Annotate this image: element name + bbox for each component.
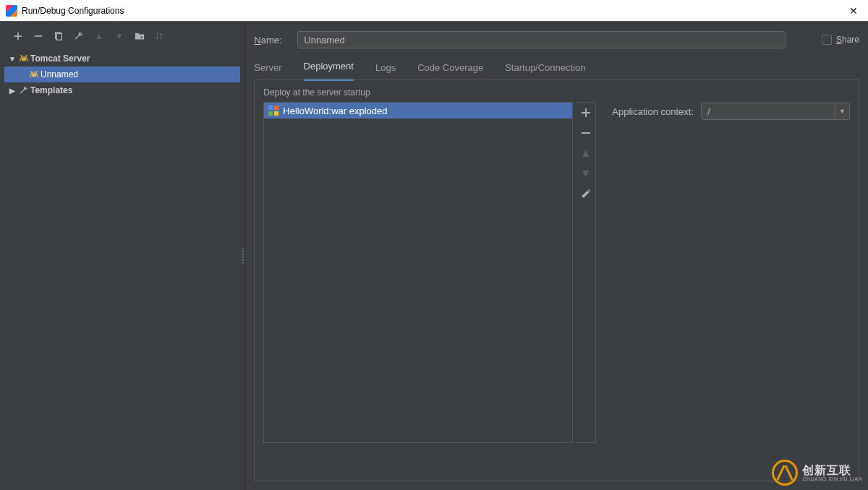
svg-point-3 (22, 57, 27, 61)
tab-startup-connection[interactable]: Startup/Connection (505, 62, 585, 80)
context-input[interactable] (702, 106, 835, 117)
right-panel: Name: Share Server Deployment Logs Code … (245, 22, 868, 490)
remove-artifact-icon[interactable] (579, 126, 593, 140)
copy-icon[interactable] (52, 30, 65, 43)
artifact-list-buttons: ▲ ▼ (576, 102, 596, 443)
splitter-handle[interactable] (242, 248, 247, 264)
left-panel: ▲ ▼ ▼ Tomcat Server Unnamed ▶ (0, 22, 245, 490)
remove-icon[interactable] (32, 30, 45, 43)
svg-rect-9 (582, 132, 590, 134)
move-down-icon: ▼ (113, 30, 126, 43)
tree-node-label: Templates (30, 85, 72, 95)
deployment-panel: Deploy at the server startup HelloWorld:… (254, 79, 859, 481)
main-area: ▲ ▼ ▼ Tomcat Server Unnamed ▶ (0, 22, 868, 490)
name-input[interactable] (297, 31, 786, 48)
wrench-icon[interactable] (72, 30, 85, 43)
close-icon[interactable]: ✕ (845, 5, 862, 17)
chevron-down-icon[interactable]: ▼ (835, 103, 849, 119)
svg-rect-7 (268, 111, 273, 116)
move-down-artifact-icon: ▼ (579, 166, 593, 181)
svg-rect-6 (274, 106, 278, 110)
wrench-icon (17, 85, 30, 95)
artifact-details: Application context: ▼ (599, 102, 850, 443)
folder-move-icon[interactable] (133, 30, 146, 43)
titlebar: Run/Debug Configurations ✕ (0, 0, 868, 22)
expand-arrow-icon[interactable]: ▶ (7, 87, 17, 95)
sort-icon (153, 30, 166, 43)
svg-rect-8 (274, 111, 278, 116)
watermark-text: 创新互联 CHUANG XIN HU LIAN (802, 465, 862, 481)
svg-rect-5 (268, 106, 273, 110)
tree-item-unnamed[interactable]: Unnamed (4, 66, 240, 82)
share-checkbox[interactable]: Share (822, 35, 859, 45)
tab-server[interactable]: Server (254, 62, 281, 80)
move-up-icon: ▲ (93, 30, 106, 43)
artifact-list[interactable]: HelloWorld:war exploded (263, 102, 573, 443)
svg-point-4 (32, 73, 37, 77)
artifact-item[interactable]: HelloWorld:war exploded (264, 103, 572, 119)
name-label: Name: (254, 35, 290, 46)
tree-node-tomcat[interactable]: ▼ Tomcat Server (4, 51, 240, 66)
app-icon (6, 5, 17, 17)
tree-node-templates[interactable]: ▶ Templates (4, 82, 240, 98)
svg-rect-2 (56, 34, 61, 40)
tree-item-label: Unnamed (41, 69, 78, 79)
share-checkbox-input[interactable] (822, 35, 832, 45)
deploy-section-label: Deploy at the server startup (263, 87, 850, 98)
tab-deployment[interactable]: Deployment (304, 61, 354, 81)
move-up-artifact-icon: ▲ (579, 146, 593, 160)
context-combo[interactable]: ▼ (701, 103, 850, 120)
expand-arrow-icon[interactable]: ▼ (7, 55, 17, 63)
name-row: Name: Share (254, 22, 859, 51)
watermark-logo-icon (772, 460, 798, 486)
tabs: Server Deployment Logs Code Coverage Sta… (254, 51, 859, 79)
tab-code-coverage[interactable]: Code Coverage (417, 62, 483, 80)
add-icon[interactable] (12, 30, 25, 43)
tree-node-label: Tomcat Server (30, 53, 90, 64)
share-label: Share (836, 35, 859, 45)
context-label: Application context: (612, 106, 694, 117)
left-toolbar: ▲ ▼ (0, 22, 244, 51)
artifact-label: HelloWorld:war exploded (283, 106, 387, 116)
svg-rect-0 (35, 35, 43, 37)
config-tree: ▼ Tomcat Server Unnamed ▶ Templates (0, 51, 244, 98)
tab-logs[interactable]: Logs (375, 62, 396, 80)
tomcat-icon (17, 54, 30, 63)
window-title: Run/Debug Configurations (22, 6, 124, 16)
watermark: 创新互联 CHUANG XIN HU LIAN (772, 460, 862, 486)
tomcat-icon (27, 70, 41, 79)
artifact-icon (268, 106, 278, 116)
edit-artifact-icon[interactable] (579, 186, 593, 201)
add-artifact-icon[interactable] (579, 106, 593, 120)
